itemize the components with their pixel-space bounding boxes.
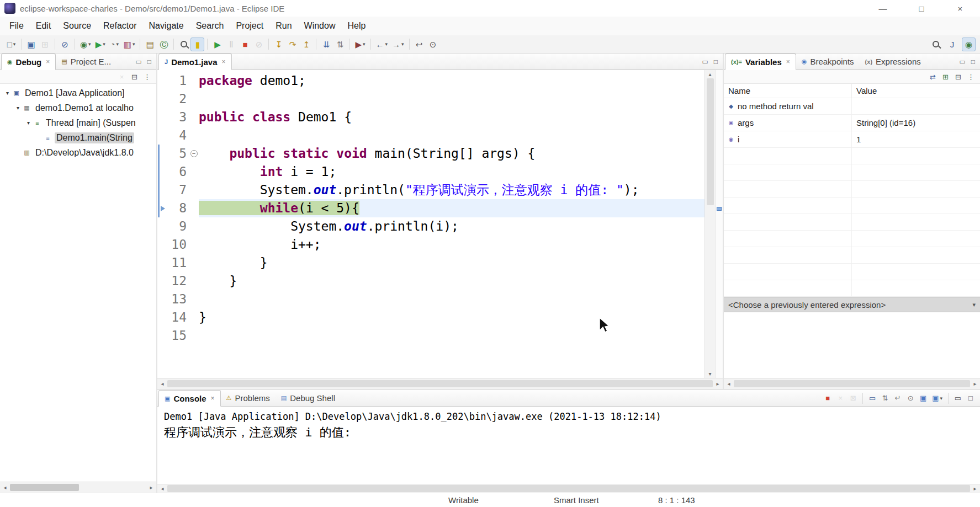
search-button[interactable] [177,38,190,51]
open-console-button[interactable]: ▣▾ [930,392,945,404]
tree-item-demo1-java-application[interactable]: ▾▣Demo1 [Java Application] [0,86,156,100]
menu-item-file[interactable]: File [3,19,30,33]
forward-button[interactable]: →▾ [390,38,406,51]
debug-view-maximize-button[interactable]: □ [147,58,151,66]
overview-ruler[interactable] [715,70,723,378]
menu-item-project[interactable]: Project [230,19,269,33]
tab-console[interactable]: ▣Console× [158,390,221,407]
scroll-left-icon[interactable]: ◂ [2,484,8,490]
variable-row-i[interactable]: ◉i1 [724,131,980,148]
line-number-ruler[interactable]: 123456789101112131415 [166,70,189,378]
variables-hscroll-thumb[interactable] [734,380,970,387]
drop-to-frame-button[interactable]: ⇊ [319,38,333,51]
variable-row-no-method-return-val[interactable]: ◆no method return val [724,98,980,115]
remove-terminated-button[interactable]: × [116,71,128,83]
step-over-button[interactable]: ↷ [285,38,299,51]
editor-maximize-button[interactable]: □ [714,58,718,66]
editor-hscrollbar[interactable]: ◂ ▸ [157,378,723,389]
maximize-button[interactable]: □ [965,392,977,404]
menu-item-search[interactable]: Search [190,19,230,33]
expand-arrow-icon[interactable]: ▾ [14,105,22,111]
tab-demo1-java[interactable]: JDemo1.java× [158,54,232,70]
chevron-down-icon[interactable]: ▾ [972,301,976,308]
quick-access-button[interactable] [929,38,942,51]
editor-vscroll-thumb[interactable] [707,78,714,205]
editor-hscroll-thumb[interactable] [167,380,713,387]
terminate-button[interactable]: ■ [822,392,834,404]
menu-item-window[interactable]: Window [298,19,342,33]
menu-item-help[interactable]: Help [341,19,372,33]
fold-ruler[interactable]: − [189,70,199,378]
debug-hscroll-thumb[interactable] [10,484,79,491]
remove-all-terminated-button[interactable]: ⊠ [847,392,859,404]
code-line-10[interactable]: i++; [199,236,704,254]
new-class-button[interactable]: Ⓒ [157,38,171,51]
tree-item-thread-main-suspen[interactable]: ▾≡Thread [main] (Suspen [0,115,156,130]
step-return-button[interactable]: ↥ [299,38,313,51]
code-line-5[interactable]: public static void main(String[] args) { [199,145,704,163]
view-menu-button[interactable]: ⋮ [141,71,153,83]
code-line-8[interactable]: while(i < 5){ [199,199,704,217]
scroll-right-icon[interactable]: ▸ [972,381,978,387]
pin-console-button[interactable]: ⊙ [904,392,917,404]
scroll-right-icon[interactable]: ▸ [714,381,721,387]
code-line-14[interactable]: } [199,308,704,327]
debug-view-minimize-button[interactable]: ▭ [135,58,141,66]
scroll-lock-button[interactable]: ⇅ [879,392,891,404]
code-line-1[interactable]: package demo1; [199,72,704,90]
last-edit-location-button[interactable]: ↩ [412,38,426,51]
expression-input-row[interactable]: <Choose a previously entered expression>… [724,297,980,312]
console-hscrollbar[interactable]: ◂ ▸ [157,484,980,493]
console-hscroll-thumb[interactable] [167,485,970,492]
variables-hscrollbar[interactable]: ◂ ▸ [724,378,980,389]
annotation-ruler[interactable] [157,70,166,378]
display-selected-console-button[interactable]: ▣ [917,392,929,404]
debug-perspective-button[interactable]: ◉ [962,38,976,51]
scroll-up-icon[interactable]: ▴ [708,71,711,77]
remove-launch-button[interactable]: × [834,392,846,404]
scroll-right-icon[interactable]: ▸ [972,485,978,492]
back-button[interactable]: ←▾ [374,38,390,51]
step-into-button[interactable]: ↧ [272,38,285,51]
code-line-7[interactable]: System.out.println("程序调试演示，注意观察 i 的值: ")… [199,181,704,199]
pin-editor-button[interactable]: ⊙ [426,38,440,51]
editor-vscrollbar[interactable]: ▴ ▾ [704,70,715,378]
code-area[interactable]: package demo1;public class Demo1 { publi… [199,70,704,378]
code-line-12[interactable]: } [199,272,704,290]
tree-item-demo1-main-string[interactable]: ≡Demo1.main(String [0,130,156,145]
new-java-project-button[interactable]: ▤ [143,38,157,51]
collapse-all-button[interactable]: ⊟ [129,71,140,83]
tree-item-d-develop-java-jdk1-8-0[interactable]: ▥D:\Develop\Java\jdk1.8.0 [0,145,156,160]
tab-problems[interactable]: ⚠Problems [221,390,276,406]
tab-project-e[interactable]: ▤Project E... [56,54,116,70]
use-step-filters-button[interactable]: ⇅ [333,38,347,51]
profile-button[interactable]: ◔▾ [108,38,121,51]
view-menu-button[interactable]: ⋮ [965,71,977,83]
disconnect-button[interactable]: ⊘ [252,38,266,51]
coverage-button[interactable]: ▥▾ [121,38,137,51]
window-maximize-button[interactable]: □ [914,4,929,13]
tab-variables[interactable]: (x)=Variables× [725,54,796,70]
menu-item-source[interactable]: Source [57,19,97,33]
column-header-value[interactable]: Value [852,86,980,95]
skip-all-breakpoints-button[interactable]: ⊘ [58,38,72,51]
code-line-3[interactable]: public class Demo1 { [199,108,704,126]
java-perspective-button[interactable]: J [945,38,959,51]
code-line-4[interactable] [199,126,704,145]
code-line-6[interactable]: int i = 1; [199,163,704,181]
variables-detail-pane[interactable] [724,312,980,378]
close-icon[interactable]: × [786,58,790,66]
tree-item-demo1-demo1-at-localho[interactable]: ▾▦demo1.Demo1 at localho [0,100,156,115]
column-header-name[interactable]: Name [724,84,852,98]
show-logical-structures-button[interactable]: ⊞ [940,71,951,83]
menu-item-edit[interactable]: Edit [30,19,57,33]
variable-row-args[interactable]: ◉argsString[0] (id=16) [724,115,980,131]
clear-console-button[interactable]: ▭ [866,392,878,404]
variables-maximize-button[interactable]: □ [971,58,975,66]
close-icon[interactable]: × [46,58,50,66]
menu-item-navigate[interactable]: Navigate [143,19,190,33]
console-output-area[interactable]: Demo1 [Java Application] D:\Develop\Java… [157,407,980,484]
tab-debug[interactable]: ◉Debug× [1,54,56,70]
debug-hscrollbar[interactable]: ◂ ▸ [0,482,156,493]
terminate-button[interactable]: ■ [238,38,252,51]
